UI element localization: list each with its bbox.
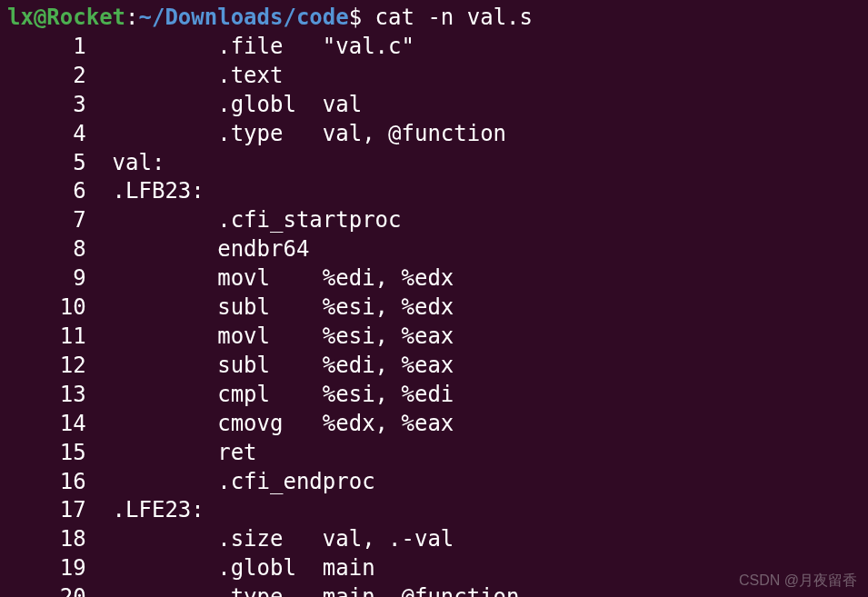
prompt-space <box>362 5 374 30</box>
code-line: 19 .globl main <box>7 554 861 583</box>
code-text: .file "val.c" <box>113 34 414 59</box>
code-line: 12 subl %edi, %eax <box>7 352 861 381</box>
code-text: val: <box>113 150 165 175</box>
prompt-path: ~/Downloads/code <box>139 5 349 30</box>
line-number: 16 <box>7 468 86 497</box>
line-number: 18 <box>7 525 86 554</box>
line-number: 4 <box>7 120 86 149</box>
line-number: 15 <box>7 439 86 468</box>
line-number: 13 <box>7 381 86 410</box>
line-number: 19 <box>7 554 86 583</box>
code-text: subl %edi, %eax <box>113 353 454 378</box>
code-text: .globl main <box>113 555 375 581</box>
code-text: cmpl %esi, %edi <box>113 382 454 407</box>
line-number: 17 <box>7 496 86 525</box>
code-line: 14 cmovg %edx, %eax <box>7 410 861 439</box>
code-line: 4 .type val, @function <box>7 120 861 149</box>
code-text: .type main, @function <box>113 584 520 597</box>
prompt-dollar: $ <box>349 5 362 30</box>
code-text: movl %esi, %eax <box>113 323 454 349</box>
code-text: .globl val <box>113 92 363 117</box>
code-text: .LFE23: <box>113 497 205 522</box>
line-number: 20 <box>7 583 86 597</box>
code-line: 1 .file "val.c" <box>7 33 861 62</box>
code-text: .LFB23: <box>113 178 205 204</box>
code-line: 17 .LFE23: <box>7 496 861 525</box>
code-text: movl %edi, %edx <box>113 265 454 291</box>
code-text: .text <box>113 63 284 88</box>
line-number: 6 <box>7 177 86 206</box>
code-text: subl %esi, %edx <box>113 294 454 320</box>
line-number: 7 <box>7 206 86 235</box>
prompt-user-host: lx@Rocket <box>7 5 125 30</box>
code-text: ret <box>113 440 257 465</box>
code-line: 8 endbr64 <box>7 235 861 264</box>
code-line: 7 .cfi_startproc <box>7 206 861 235</box>
prompt-colon: : <box>125 5 138 30</box>
code-line: 5 val: <box>7 149 861 178</box>
line-number: 1 <box>7 33 86 62</box>
command-text[interactable]: cat -n val.s <box>375 5 533 30</box>
terminal-prompt-line: lx@Rocket:~/Downloads/code$ cat -n val.s <box>7 4 861 33</box>
code-text: .cfi_endproc <box>113 469 375 494</box>
code-line: 13 cmpl %esi, %edi <box>7 381 861 410</box>
code-text: cmovg %edx, %eax <box>113 411 454 436</box>
line-number: 9 <box>7 264 86 294</box>
code-line: 11 movl %esi, %eax <box>7 323 861 352</box>
code-text: .size val, .-val <box>113 526 454 552</box>
code-text: endbr64 <box>113 236 310 262</box>
line-number: 14 <box>7 410 86 439</box>
code-line: 16 .cfi_endproc <box>7 468 861 497</box>
terminal-output: 1 .file "val.c"2 .text3 .globl val4 .typ… <box>7 33 861 597</box>
line-number: 11 <box>7 323 86 352</box>
code-text: .cfi_startproc <box>113 207 402 233</box>
code-line: 6 .LFB23: <box>7 177 861 206</box>
line-number: 3 <box>7 91 86 120</box>
code-text: .type val, @function <box>113 121 506 146</box>
line-number: 5 <box>7 149 86 178</box>
code-line: 9 movl %edi, %edx <box>7 264 861 294</box>
code-line: 2 .text <box>7 62 861 91</box>
watermark-text: CSDN @月夜留香 <box>739 571 857 590</box>
line-number: 12 <box>7 352 86 381</box>
line-number: 10 <box>7 294 86 323</box>
code-line: 10 subl %esi, %edx <box>7 294 861 323</box>
line-number: 8 <box>7 235 86 264</box>
line-number: 2 <box>7 62 86 91</box>
code-line: 3 .globl val <box>7 91 861 120</box>
code-line: 15 ret <box>7 439 861 468</box>
code-line: 18 .size val, .-val <box>7 525 861 554</box>
code-line: 20 .type main, @function <box>7 583 861 597</box>
